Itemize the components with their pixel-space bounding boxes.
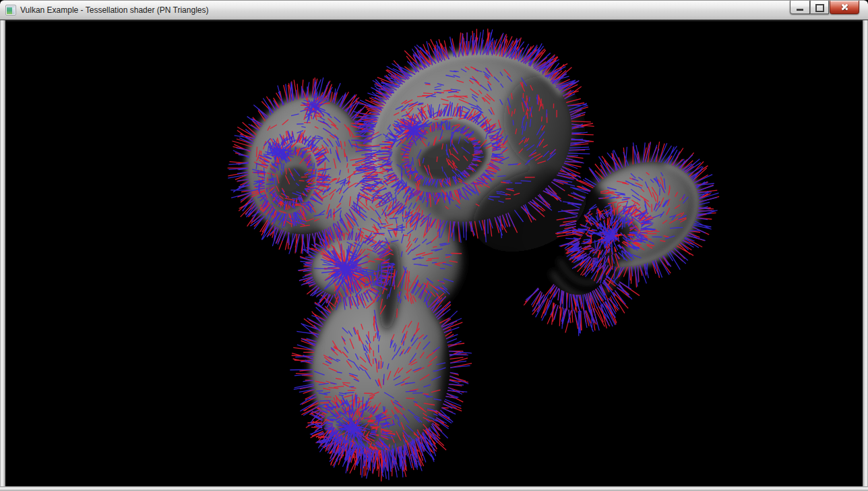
app-icon-screen <box>7 7 12 14</box>
window-title: Vulkan Example - Tessellation shader (PN… <box>20 1 208 20</box>
tessellation-render <box>5 22 863 486</box>
minimize-icon <box>797 9 803 11</box>
close-button[interactable] <box>830 1 859 14</box>
window-controls <box>790 1 859 14</box>
window-border-right <box>863 20 868 486</box>
vulkan-example-window: Vulkan Example - Tessellation shader (PN… <box>0 0 868 491</box>
maximize-button[interactable] <box>810 1 829 14</box>
minimize-button[interactable] <box>790 1 810 14</box>
app-icon[interactable] <box>5 5 16 16</box>
window-border-bottom <box>0 486 868 491</box>
render-viewport[interactable] <box>5 22 863 486</box>
window-border-left <box>0 20 5 486</box>
title-bar[interactable]: Vulkan Example - Tessellation shader (PN… <box>0 0 868 20</box>
maximize-icon <box>815 4 824 12</box>
close-icon <box>840 3 849 11</box>
app-icon-screen-edge <box>12 7 15 14</box>
